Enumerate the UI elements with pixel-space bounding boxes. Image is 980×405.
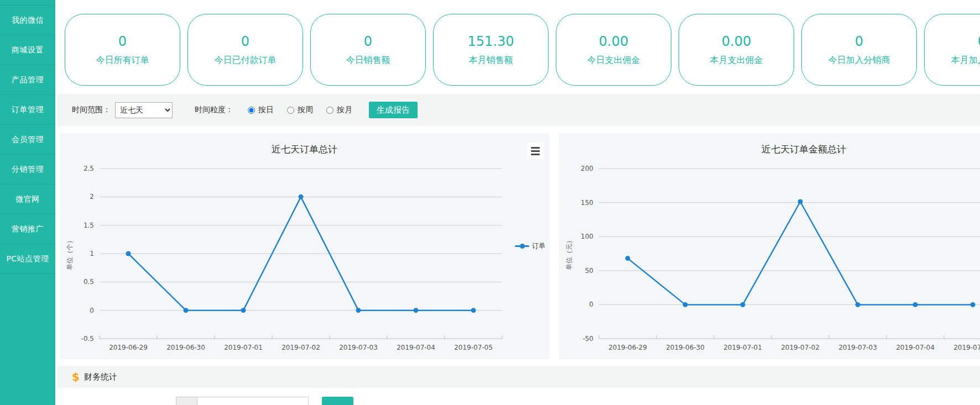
svg-text:50: 50 xyxy=(585,267,593,275)
sidebar-item-member-mgmt[interactable]: 会员管理 xyxy=(0,125,55,155)
radio-by-month[interactable]: 按月 xyxy=(326,105,352,115)
radio-by-month-label: 按月 xyxy=(337,105,352,115)
report-filter-bar: 时间范围： 近七天 时间粒度： 按日 按周 按月 生成报告 xyxy=(58,94,980,126)
stat-value: 0 xyxy=(241,34,249,49)
stat-value: 0 xyxy=(364,34,372,49)
sidebar-item-marketing[interactable]: 营销推广 xyxy=(0,214,55,244)
svg-text:2019-07-05: 2019-07-05 xyxy=(454,344,493,351)
stat-label: 今日支出佣金 xyxy=(587,55,640,66)
sidebar-item-label: 订单管理 xyxy=(12,105,44,115)
sidebar-item-my-wechat[interactable]: 我的微信 xyxy=(0,6,55,35)
finance-section-title: 财务统计 xyxy=(84,372,117,382)
order-amount-chart-panel: 近七天订单金额总计 200150100500-502019-06-292019-… xyxy=(559,133,980,359)
stat-card-month-new-distributors: 0 本月加入分销商 xyxy=(924,14,980,86)
sidebar-item-label: 商城设置 xyxy=(12,45,44,55)
order-amount-line-chart: 200150100500-502019-06-292019-06-302019-… xyxy=(559,157,980,356)
sidebar: 我的微信 商城设置 产品管理 订单管理 会员管理 分销管理 微官网 营销推广 P… xyxy=(0,0,55,405)
stat-label: 本月销售额 xyxy=(469,55,513,66)
time-range-label: 时间范围： xyxy=(72,105,111,115)
chart-toolbox-menu-icon[interactable] xyxy=(527,143,544,159)
radio-by-week-label: 按周 xyxy=(298,105,313,115)
orders-line-chart: 2.521.510.50-0.52019-06-292019-06-302019… xyxy=(60,157,549,356)
svg-text:1: 1 xyxy=(90,250,94,257)
finance-section-header: $ 财务统计 xyxy=(58,366,980,388)
stat-card-month-commission: 0.00 本月支出佣金 xyxy=(679,14,794,86)
sidebar-item-pc-site-mgmt[interactable]: PC站点管理 xyxy=(0,244,55,274)
stat-card-today-commission: 0.00 今日支出佣金 xyxy=(556,14,671,86)
order-amount-chart-title: 近七天订单金额总计 xyxy=(559,143,980,156)
svg-text:0: 0 xyxy=(90,307,94,314)
stat-label: 本月加入分销商 xyxy=(951,55,980,66)
radio-by-day[interactable]: 按日 xyxy=(248,105,274,115)
generate-report-button[interactable]: 生成报告 xyxy=(369,102,418,118)
sidebar-item-distribution-mgmt[interactable]: 分销管理 xyxy=(0,155,55,185)
sidebar-item-label: PC站点管理 xyxy=(6,254,49,264)
sidebar-item-label: 分销管理 xyxy=(12,165,44,175)
stat-label: 今日已付款订单 xyxy=(215,55,277,66)
svg-text:100: 100 xyxy=(581,233,593,240)
stat-value: 0 xyxy=(855,34,863,49)
stat-value: 0.00 xyxy=(722,34,751,49)
sidebar-item-micro-site[interactable]: 微官网 xyxy=(0,185,55,214)
svg-text:0: 0 xyxy=(589,301,593,308)
legend-label: 订单 xyxy=(532,241,545,251)
stat-value: 0.00 xyxy=(599,34,628,49)
svg-text:2019-07-02: 2019-07-02 xyxy=(282,344,320,351)
radio-by-month-input[interactable] xyxy=(326,107,333,114)
granularity-label: 时间粒度： xyxy=(195,105,233,115)
svg-text:150: 150 xyxy=(581,199,593,207)
svg-text:2019-07-04: 2019-07-04 xyxy=(896,344,935,351)
stat-cards-row: 0 今日所有订单 0 今日已付款订单 0 今日销售额 151.30 本月销售额 … xyxy=(65,14,980,86)
svg-text:2019-06-29: 2019-06-29 xyxy=(608,344,647,351)
stat-value: 151.30 xyxy=(468,34,514,49)
dollar-icon: $ xyxy=(72,370,80,383)
stat-card-today-new-distributors: 0 今日加入分销商 xyxy=(801,14,917,86)
granularity-radio-group: 按日 按周 按月 xyxy=(248,105,352,115)
stat-value: 0 xyxy=(978,34,980,49)
svg-text:2: 2 xyxy=(90,193,94,201)
sidebar-item-label: 营销推广 xyxy=(12,224,44,234)
svg-text:单位（个）: 单位（个） xyxy=(66,237,74,270)
stat-value: 0 xyxy=(118,34,127,49)
input-addon xyxy=(176,397,197,405)
svg-text:2019-07-03: 2019-07-03 xyxy=(838,344,877,351)
svg-text:2019-07-02: 2019-07-02 xyxy=(781,344,820,351)
sidebar-item-order-mgmt[interactable]: 订单管理 xyxy=(0,95,55,125)
svg-text:2.5: 2.5 xyxy=(84,165,94,172)
finance-search-button[interactable] xyxy=(322,397,353,405)
stat-card-today-orders: 0 今日所有订单 xyxy=(65,14,180,86)
radio-by-week[interactable]: 按周 xyxy=(287,105,313,115)
stat-label: 今日所有订单 xyxy=(96,55,149,66)
sidebar-item-label: 产品管理 xyxy=(12,75,44,85)
finance-filter-group xyxy=(176,397,353,405)
stat-card-today-paid-orders: 0 今日已付款订单 xyxy=(187,14,303,86)
legend-orders[interactable]: 订单 xyxy=(515,241,545,251)
radio-by-week-input[interactable] xyxy=(287,107,294,114)
time-range-select[interactable]: 近七天 xyxy=(115,102,173,118)
stat-card-today-sales: 0 今日销售额 xyxy=(310,14,426,86)
svg-text:单位（元）: 单位（元） xyxy=(565,237,573,270)
sidebar-item-label: 我的微信 xyxy=(12,15,44,25)
orders-chart-panel: 近七天订单总计 2.521.510.50-0.52019-06-292019-0… xyxy=(60,133,549,359)
svg-text:0.5: 0.5 xyxy=(84,278,94,286)
svg-text:200: 200 xyxy=(581,165,593,172)
radio-by-day-input[interactable] xyxy=(248,107,255,114)
stat-label: 今日销售额 xyxy=(346,55,390,66)
svg-text:2019-07-04: 2019-07-04 xyxy=(397,344,435,351)
stat-label: 本月支出佣金 xyxy=(710,55,763,66)
svg-text:2019-07-01: 2019-07-01 xyxy=(723,344,762,351)
legend-line-marker-icon xyxy=(515,245,529,247)
svg-text:2019-07-05: 2019-07-05 xyxy=(953,344,980,351)
sidebar-item-partial[interactable] xyxy=(0,0,55,6)
stat-card-month-sales: 151.30 本月销售额 xyxy=(433,14,549,86)
sidebar-item-product-mgmt[interactable]: 产品管理 xyxy=(0,65,55,95)
svg-text:1.5: 1.5 xyxy=(84,222,94,229)
radio-by-day-label: 按日 xyxy=(258,105,274,115)
stat-label: 今日加入分销商 xyxy=(828,55,890,66)
sidebar-item-mall-settings[interactable]: 商城设置 xyxy=(0,35,55,65)
orders-chart-title: 近七天订单总计 xyxy=(60,143,549,156)
svg-text:2019-06-29: 2019-06-29 xyxy=(109,344,148,351)
svg-text:2019-07-01: 2019-07-01 xyxy=(224,344,263,351)
finance-date-input[interactable] xyxy=(197,397,309,405)
svg-text:2019-06-30: 2019-06-30 xyxy=(166,344,205,351)
